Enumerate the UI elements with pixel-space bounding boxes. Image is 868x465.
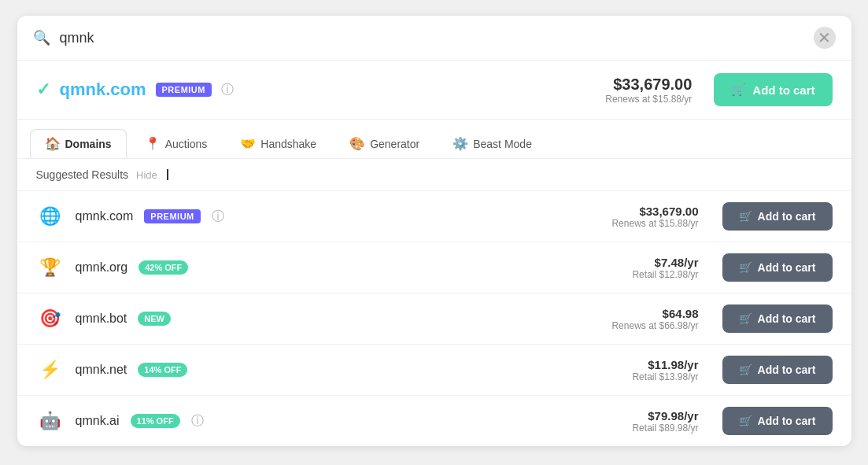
- domain-row: 🏆 qmnk.org 42% OFF $7.48/yr Retail $12.9…: [17, 242, 851, 293]
- domain-row: 🤖 qmnk.ai 11% OFF ⓘ $79.98/yr Retail $89…: [17, 395, 851, 446]
- tab-auctions-label: Auctions: [165, 138, 208, 150]
- domain-name: qmnk.org: [76, 260, 128, 275]
- tab-generator[interactable]: 🎨 Generator: [334, 129, 434, 158]
- row-price: $64.98: [611, 307, 698, 320]
- tab-domains[interactable]: 🏠 Domains: [30, 129, 127, 158]
- cart-icon: 🛒: [739, 312, 752, 325]
- cart-icon: 🛒: [739, 210, 752, 223]
- tab-generator-label: Generator: [370, 138, 419, 150]
- row-price-wrap: $11.98/yr Retail $13.98/yr: [632, 358, 698, 382]
- domain-name: qmnk.com: [76, 209, 134, 223]
- generator-tab-icon: 🎨: [349, 136, 365, 151]
- domain-icon: ⚡: [36, 356, 65, 384]
- tab-domains-label: Domains: [65, 138, 112, 150]
- featured-price: $33,679.00: [605, 76, 692, 94]
- cart-icon: 🛒: [739, 415, 752, 427]
- featured-renews: Renews at $15.88/yr: [605, 94, 692, 105]
- check-icon: ✓: [36, 79, 50, 100]
- row-price-sub: Renews at $66.98/yr: [611, 320, 698, 331]
- domain-row: 🌐 qmnk.com PREMIUM ⓘ $33,679.00 Renews a…: [17, 190, 851, 242]
- domain-icon: 🎯: [36, 304, 65, 333]
- add-to-cart-button[interactable]: 🛒 Add to cart: [722, 304, 833, 333]
- tabs-bar: 🏠 Domains 📍 Auctions 🤝 Handshake 🎨 Gener…: [17, 120, 851, 159]
- info-icon[interactable]: ⓘ: [212, 209, 224, 225]
- row-price-wrap: $7.48/yr Retail $12.98/yr: [632, 256, 698, 280]
- tab-beast-mode-label: Beast Mode: [473, 138, 532, 150]
- domain-row: 🎯 qmnk.bot NEW $64.98 Renews at $66.98/y…: [17, 293, 851, 344]
- add-to-cart-button[interactable]: 🛒 Add to cart: [722, 253, 833, 282]
- tab-handshake-label: Handshake: [260, 138, 316, 150]
- off-badge: 11% OFF: [131, 414, 180, 428]
- tab-auctions[interactable]: 📍 Auctions: [130, 129, 223, 158]
- featured-domain-row: ✓ qmnk.com PREMIUM ⓘ $33,679.00 Renews a…: [17, 61, 851, 120]
- add-to-cart-label: Add to cart: [758, 415, 816, 427]
- beast-mode-tab-icon: ⚙️: [452, 136, 468, 151]
- add-to-cart-label: Add to cart: [758, 261, 816, 274]
- domain-name: qmnk.ai: [76, 414, 120, 428]
- add-to-cart-label: Add to cart: [758, 210, 816, 223]
- domain-icon: 🤖: [36, 407, 65, 435]
- search-icon: 🔍: [33, 29, 50, 46]
- tab-beast-mode[interactable]: ⚙️ Beast Mode: [438, 129, 547, 158]
- add-to-cart-button[interactable]: 🛒 Add to cart: [722, 356, 833, 384]
- add-to-cart-button[interactable]: 🛒 Add to cart: [722, 202, 833, 231]
- auctions-tab-icon: 📍: [145, 136, 161, 151]
- row-price: $79.98/yr: [632, 409, 698, 423]
- row-price-sub: Retail $13.98/yr: [632, 371, 698, 382]
- off-badge: 14% OFF: [138, 363, 187, 377]
- premium-badge: PREMIUM: [144, 209, 200, 223]
- new-badge: NEW: [138, 312, 171, 326]
- main-container: 🔍 ✕ ✓ qmnk.com PREMIUM ⓘ $33,679.00 Rene…: [17, 16, 851, 446]
- domain-name: qmnk.net: [76, 363, 127, 377]
- search-bar: 🔍 ✕: [17, 16, 851, 61]
- domains-tab-icon: 🏠: [45, 136, 61, 151]
- featured-price-wrap: $33,679.00 Renews at $15.88/yr: [605, 76, 692, 105]
- handshake-tab-icon: 🤝: [240, 136, 256, 151]
- text-cursor: [167, 169, 168, 180]
- row-price-wrap: $64.98 Renews at $66.98/yr: [611, 307, 698, 331]
- search-input[interactable]: [60, 30, 804, 46]
- row-price: $11.98/yr: [632, 358, 698, 371]
- off-badge: 42% OFF: [139, 260, 188, 275]
- row-price: $33,679.00: [611, 205, 698, 218]
- add-to-cart-button[interactable]: 🛒 Add to cart: [722, 407, 833, 435]
- cart-icon: 🛒: [739, 261, 752, 274]
- domain-name: qmnk.bot: [76, 312, 127, 326]
- results-header: Suggested Results Hide: [17, 159, 851, 190]
- domain-row: ⚡ qmnk.net 14% OFF $11.98/yr Retail $13.…: [17, 344, 851, 395]
- row-price-sub: Renews at $15.88/yr: [611, 218, 698, 229]
- search-clear-button[interactable]: ✕: [814, 27, 836, 49]
- cart-icon: 🛒: [739, 364, 752, 376]
- results-header-label: Suggested Results: [36, 168, 129, 181]
- domain-icon: 🌐: [36, 202, 65, 231]
- row-price-wrap: $33,679.00 Renews at $15.88/yr: [611, 205, 698, 229]
- row-price-wrap: $79.98/yr Retail $89.98/yr: [632, 409, 698, 434]
- domain-list: 🌐 qmnk.com PREMIUM ⓘ $33,679.00 Renews a…: [17, 190, 851, 446]
- featured-domain-name[interactable]: qmnk.com: [60, 79, 146, 100]
- info-icon[interactable]: ⓘ: [191, 413, 204, 430]
- add-to-cart-label: Add to cart: [758, 312, 816, 325]
- row-price-sub: Retail $89.98/yr: [632, 423, 698, 434]
- row-price-sub: Retail $12.98/yr: [632, 269, 698, 280]
- tab-handshake[interactable]: 🤝 Handshake: [225, 129, 331, 158]
- cart-icon: 🛒: [731, 83, 746, 97]
- featured-info-icon[interactable]: ⓘ: [221, 82, 234, 98]
- featured-premium-badge: PREMIUM: [156, 83, 212, 97]
- row-price: $7.48/yr: [632, 256, 698, 269]
- domain-icon: 🏆: [36, 253, 65, 282]
- hide-link[interactable]: Hide: [136, 169, 157, 181]
- featured-add-to-cart-button[interactable]: 🛒 Add to cart: [714, 73, 832, 106]
- add-to-cart-label: Add to cart: [758, 364, 816, 376]
